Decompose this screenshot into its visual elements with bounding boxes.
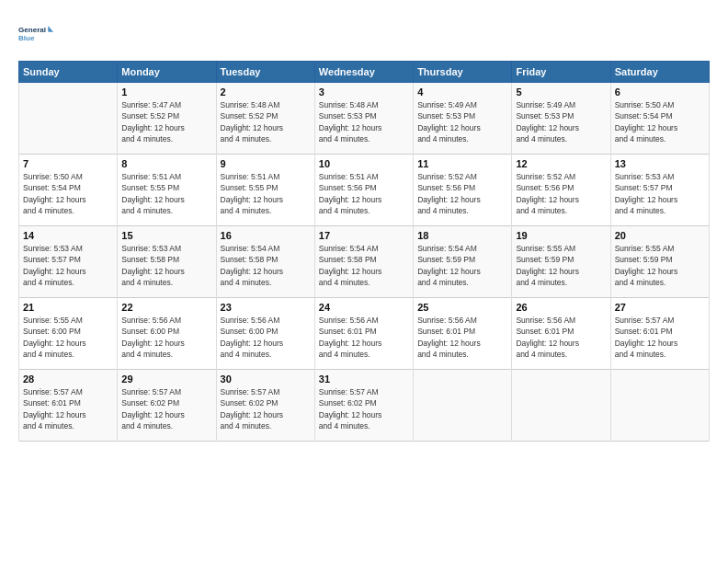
calendar-cell: 14Sunrise: 5:53 AMSunset: 5:57 PMDayligh… [19,226,118,298]
calendar-cell: 17Sunrise: 5:54 AMSunset: 5:58 PMDayligh… [314,226,413,298]
svg-text:General: General [18,26,46,34]
day-number: 30 [221,373,311,385]
calendar-cell: 3Sunrise: 5:48 AMSunset: 5:53 PMDaylight… [314,83,413,155]
day-number: 23 [221,302,311,313]
day-info: Sunrise: 5:57 AMSunset: 6:02 PMDaylight:… [221,386,311,431]
day-number: 27 [615,302,705,313]
svg-text:Blue: Blue [18,34,35,42]
day-number: 29 [121,373,211,385]
day-info: Sunrise: 5:56 AMSunset: 6:01 PMDaylight:… [319,315,409,360]
calendar-cell: 27Sunrise: 5:57 AMSunset: 6:01 PMDayligh… [610,298,709,370]
calendar-cell: 23Sunrise: 5:56 AMSunset: 6:00 PMDayligh… [216,298,314,370]
day-number: 25 [417,302,507,313]
calendar-cell: 8Sunrise: 5:51 AMSunset: 5:55 PMDaylight… [118,155,216,226]
day-info: Sunrise: 5:55 AMSunset: 6:00 PMDaylight:… [23,315,113,360]
day-info: Sunrise: 5:57 AMSunset: 6:01 PMDaylight:… [615,315,705,360]
header-day-wednesday: Wednesday [314,62,413,83]
day-info: Sunrise: 5:54 AMSunset: 5:58 PMDaylight:… [221,243,311,288]
day-info: Sunrise: 5:57 AMSunset: 6:02 PMDaylight:… [121,386,211,431]
day-info: Sunrise: 5:57 AMSunset: 6:01 PMDaylight:… [23,386,113,431]
day-info: Sunrise: 5:52 AMSunset: 5:56 PMDaylight:… [516,171,606,216]
day-number: 4 [417,86,507,98]
calendar-cell: 12Sunrise: 5:52 AMSunset: 5:56 PMDayligh… [512,155,610,226]
day-info: Sunrise: 5:48 AMSunset: 5:53 PMDaylight:… [319,99,409,144]
day-info: Sunrise: 5:56 AMSunset: 6:01 PMDaylight:… [516,315,606,360]
day-info: Sunrise: 5:55 AMSunset: 5:59 PMDaylight:… [615,243,705,288]
header-day-saturday: Saturday [610,62,709,83]
calendar-cell [19,83,118,155]
day-info: Sunrise: 5:52 AMSunset: 5:56 PMDaylight:… [417,171,507,216]
day-info: Sunrise: 5:56 AMSunset: 6:00 PMDaylight:… [121,315,211,360]
day-info: Sunrise: 5:53 AMSunset: 5:57 PMDaylight:… [23,243,113,288]
day-number: 12 [516,158,606,169]
calendar-cell: 11Sunrise: 5:52 AMSunset: 5:56 PMDayligh… [414,155,512,226]
day-number: 8 [121,158,211,169]
day-number: 19 [516,230,606,241]
calendar-cell [610,370,709,442]
day-number: 15 [121,230,211,241]
day-number: 9 [221,158,311,169]
day-number: 16 [221,230,311,241]
calendar-row: 28Sunrise: 5:57 AMSunset: 6:01 PMDayligh… [19,370,710,442]
calendar-cell: 10Sunrise: 5:51 AMSunset: 5:56 PMDayligh… [314,155,413,226]
calendar-cell: 29Sunrise: 5:57 AMSunset: 6:02 PMDayligh… [118,370,216,442]
day-info: Sunrise: 5:48 AMSunset: 5:52 PMDaylight:… [221,99,311,144]
calendar-cell: 7Sunrise: 5:50 AMSunset: 5:54 PMDaylight… [19,155,118,226]
header-day-sunday: Sunday [19,62,118,83]
calendar-cell: 19Sunrise: 5:55 AMSunset: 5:59 PMDayligh… [512,226,610,298]
calendar-cell [414,370,512,442]
svg-marker-3 [48,26,53,32]
calendar-table: SundayMondayTuesdayWednesdayThursdayFrid… [18,61,710,442]
calendar-cell: 2Sunrise: 5:48 AMSunset: 5:52 PMDaylight… [216,83,314,155]
calendar-cell: 25Sunrise: 5:56 AMSunset: 6:01 PMDayligh… [414,298,512,370]
calendar-cell: 4Sunrise: 5:49 AMSunset: 5:53 PMDaylight… [414,83,512,155]
calendar-row: 1Sunrise: 5:47 AMSunset: 5:52 PMDaylight… [19,83,710,155]
day-info: Sunrise: 5:49 AMSunset: 5:53 PMDaylight:… [516,99,606,144]
header-day-thursday: Thursday [414,62,512,83]
calendar-cell: 13Sunrise: 5:53 AMSunset: 5:57 PMDayligh… [610,155,709,226]
day-number: 26 [516,302,606,313]
header-day-tuesday: Tuesday [216,62,314,83]
calendar-cell: 21Sunrise: 5:55 AMSunset: 6:00 PMDayligh… [19,298,118,370]
day-info: Sunrise: 5:47 AMSunset: 5:52 PMDaylight:… [121,99,211,144]
calendar-cell: 30Sunrise: 5:57 AMSunset: 6:02 PMDayligh… [216,370,314,442]
day-number: 17 [319,230,409,241]
calendar-cell: 9Sunrise: 5:51 AMSunset: 5:55 PMDaylight… [216,155,314,226]
day-info: Sunrise: 5:50 AMSunset: 5:54 PMDaylight:… [615,99,705,144]
day-info: Sunrise: 5:51 AMSunset: 5:56 PMDaylight:… [319,171,409,216]
logo-svg: General Blue [18,17,53,52]
header-row: SundayMondayTuesdayWednesdayThursdayFrid… [19,62,710,83]
header-day-monday: Monday [118,62,216,83]
day-number: 24 [319,302,409,313]
day-number: 6 [615,86,705,98]
day-info: Sunrise: 5:56 AMSunset: 6:01 PMDaylight:… [417,315,507,360]
day-number: 10 [319,158,409,169]
header-day-friday: Friday [512,62,610,83]
day-info: Sunrise: 5:56 AMSunset: 6:00 PMDaylight:… [221,315,311,360]
calendar-page: General Blue SundayMondayTuesdayWednesda… [0,0,728,563]
day-info: Sunrise: 5:54 AMSunset: 5:59 PMDaylight:… [417,243,507,288]
calendar-cell: 22Sunrise: 5:56 AMSunset: 6:00 PMDayligh… [118,298,216,370]
day-number: 1 [121,86,211,98]
day-info: Sunrise: 5:53 AMSunset: 5:57 PMDaylight:… [615,171,705,216]
day-number: 28 [23,373,113,385]
day-number: 13 [615,158,705,169]
day-info: Sunrise: 5:54 AMSunset: 5:58 PMDaylight:… [319,243,409,288]
calendar-cell: 20Sunrise: 5:55 AMSunset: 5:59 PMDayligh… [610,226,709,298]
calendar-cell: 31Sunrise: 5:57 AMSunset: 6:02 PMDayligh… [314,370,413,442]
day-number: 7 [23,158,113,169]
calendar-cell: 24Sunrise: 5:56 AMSunset: 6:01 PMDayligh… [314,298,413,370]
calendar-row: 7Sunrise: 5:50 AMSunset: 5:54 PMDaylight… [19,155,710,226]
calendar-cell: 18Sunrise: 5:54 AMSunset: 5:59 PMDayligh… [414,226,512,298]
page-header: General Blue [18,17,710,52]
day-number: 3 [319,86,409,98]
day-number: 20 [615,230,705,241]
calendar-cell [512,370,610,442]
calendar-cell: 15Sunrise: 5:53 AMSunset: 5:58 PMDayligh… [118,226,216,298]
day-number: 11 [417,158,507,169]
calendar-cell: 5Sunrise: 5:49 AMSunset: 5:53 PMDaylight… [512,83,610,155]
day-info: Sunrise: 5:50 AMSunset: 5:54 PMDaylight:… [23,171,113,216]
day-info: Sunrise: 5:51 AMSunset: 5:55 PMDaylight:… [121,171,211,216]
day-info: Sunrise: 5:51 AMSunset: 5:55 PMDaylight:… [221,171,311,216]
calendar-row: 21Sunrise: 5:55 AMSunset: 6:00 PMDayligh… [19,298,710,370]
